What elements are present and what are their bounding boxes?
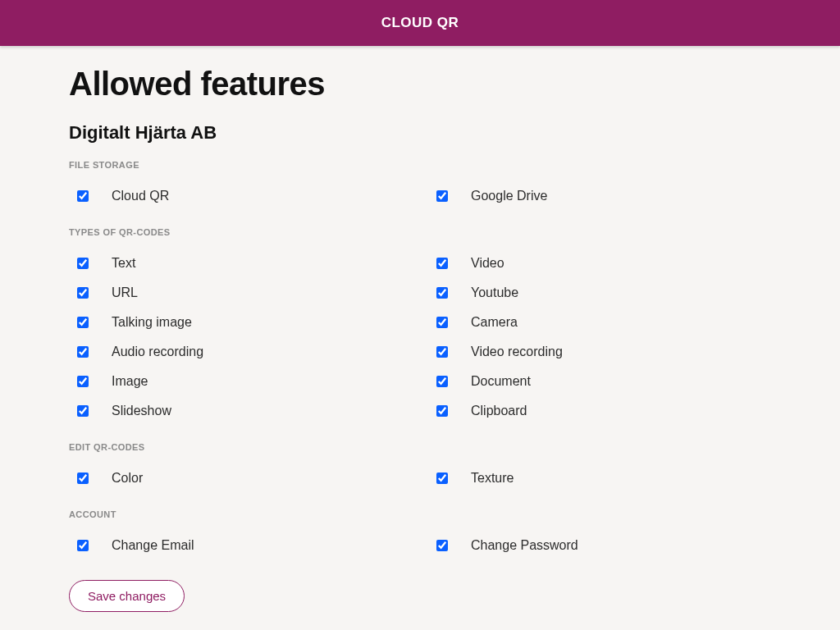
account-grid: Change Email Change Password xyxy=(69,531,771,560)
checkbox-slideshow[interactable] xyxy=(77,405,89,417)
checkbox-row-image: Image xyxy=(69,367,412,396)
checkbox-google-drive[interactable] xyxy=(436,190,448,202)
checkbox-camera[interactable] xyxy=(436,317,448,328)
checkbox-label: Text xyxy=(112,256,135,271)
checkbox-video-recording[interactable] xyxy=(436,346,448,358)
checkbox-row-camera: Camera xyxy=(428,308,771,337)
checkbox-label: URL xyxy=(112,285,138,300)
checkbox-row-video-recording: Video recording xyxy=(428,337,771,367)
checkbox-row-cloud-qr: Cloud QR xyxy=(69,181,412,211)
content-area: Allowed features Digitalt Hjärta AB FILE… xyxy=(0,46,840,630)
checkbox-cloud-qr[interactable] xyxy=(77,190,89,202)
checkbox-video[interactable] xyxy=(436,258,448,269)
checkbox-text[interactable] xyxy=(77,258,89,269)
save-changes-button[interactable]: Save changes xyxy=(69,580,185,612)
section-header-account: ACCOUNT xyxy=(69,509,771,519)
app-title: CLOUD QR xyxy=(381,15,459,30)
checkbox-label: Camera xyxy=(471,315,518,330)
section-header-types-qr: TYPES OF QR-CODES xyxy=(69,227,771,237)
checkbox-row-document: Document xyxy=(428,367,771,396)
checkbox-label: Clipboard xyxy=(471,404,527,418)
checkbox-label: Video recording xyxy=(471,345,563,359)
checkbox-row-clipboard: Clipboard xyxy=(428,396,771,426)
checkbox-row-audio-recording: Audio recording xyxy=(69,337,412,367)
checkbox-label: Change Password xyxy=(471,538,578,553)
checkbox-label: Document xyxy=(471,374,531,389)
checkbox-row-change-password: Change Password xyxy=(428,531,771,560)
checkbox-row-slideshow: Slideshow xyxy=(69,396,412,426)
checkbox-label: Talking image xyxy=(112,315,192,330)
file-storage-grid: Cloud QR Google Drive xyxy=(69,181,771,211)
checkbox-clipboard[interactable] xyxy=(436,405,448,417)
checkbox-url[interactable] xyxy=(77,287,89,299)
app-header: CLOUD QR xyxy=(0,0,840,46)
checkbox-row-texture: Texture xyxy=(428,463,771,493)
checkbox-talking-image[interactable] xyxy=(77,317,89,328)
checkbox-row-talking-image: Talking image xyxy=(69,308,412,337)
checkbox-row-youtube: Youtube xyxy=(428,278,771,308)
checkbox-label: Google Drive xyxy=(471,189,547,203)
checkbox-label: Color xyxy=(112,471,143,486)
checkbox-row-google-drive: Google Drive xyxy=(428,181,771,211)
types-qr-grid: Text Video URL Youtube Talking image Cam… xyxy=(69,249,771,426)
checkbox-label: Texture xyxy=(471,471,514,486)
checkbox-image[interactable] xyxy=(77,376,89,387)
checkbox-document[interactable] xyxy=(436,376,448,387)
checkbox-label: Cloud QR xyxy=(112,189,169,203)
checkbox-change-password[interactable] xyxy=(436,540,448,551)
edit-qr-grid: Color Texture xyxy=(69,463,771,493)
checkbox-label: Audio recording xyxy=(112,345,203,359)
checkbox-youtube[interactable] xyxy=(436,287,448,299)
checkbox-label: Change Email xyxy=(112,538,194,553)
checkbox-row-video: Video xyxy=(428,249,771,278)
checkbox-label: Slideshow xyxy=(112,404,171,418)
organization-name: Digitalt Hjärta AB xyxy=(69,122,771,144)
checkbox-label: Image xyxy=(112,374,148,389)
checkbox-row-change-email: Change Email xyxy=(69,531,412,560)
section-header-file-storage: FILE STORAGE xyxy=(69,160,771,170)
checkbox-row-text: Text xyxy=(69,249,412,278)
checkbox-change-email[interactable] xyxy=(77,540,89,551)
checkbox-row-color: Color xyxy=(69,463,412,493)
checkbox-audio-recording[interactable] xyxy=(77,346,89,358)
checkbox-color[interactable] xyxy=(77,472,89,484)
section-header-edit-qr: EDIT QR-CODES xyxy=(69,442,771,452)
checkbox-texture[interactable] xyxy=(436,472,448,484)
checkbox-row-url: URL xyxy=(69,278,412,308)
checkbox-label: Video xyxy=(471,256,504,271)
page-title: Allowed features xyxy=(69,66,771,103)
checkbox-label: Youtube xyxy=(471,285,518,300)
